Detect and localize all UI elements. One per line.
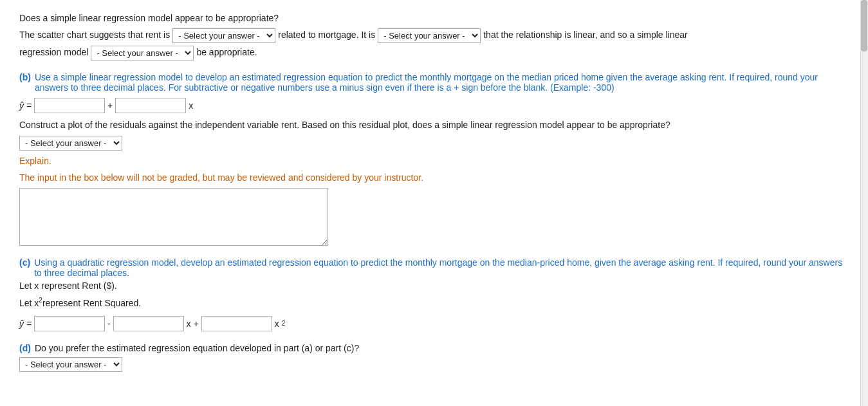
part-b-explain-note-span: The input in the box below will not be g… (19, 172, 423, 183)
part-a-line3: regression model - Select your answer - … (19, 46, 849, 60)
part-c-let-x2-span: Let x (19, 298, 39, 308)
part-b-explain-note: The input in the box below will not be g… (19, 171, 849, 185)
part-c-section: (c) Using a quadratic regression model, … (19, 257, 849, 331)
part-b-text: Use a simple linear regression model to … (35, 72, 849, 93)
part-c-slope2-input[interactable] (201, 316, 272, 331)
part-c-text: Using a quadratic regression model, deve… (34, 257, 849, 278)
part-a-select1[interactable]: - Select your answer - positively negati… (172, 28, 275, 43)
part-b-residual-select[interactable]: - Select your answer - Yes No (19, 136, 122, 151)
part-c-header: (c) Using a quadratic regression model, … (19, 257, 849, 278)
part-c-x2: x (275, 318, 279, 329)
part-b-intercept-input[interactable] (34, 98, 105, 113)
part-b-construct-text: Construct a plot of the residuals agains… (19, 118, 849, 133)
part-c-let-x2-post: represent Rent Squared. (42, 298, 141, 308)
part-c-let-x: Let x represent Rent ($). (19, 279, 849, 293)
part-b-section: (b) Use a simple linear regression model… (19, 72, 849, 246)
part-b-explain-label-span: Explain. (19, 156, 51, 166)
scrollbar-thumb[interactable] (861, 0, 867, 51)
part-d-header: (d) Do you prefer the estimated regressi… (19, 343, 849, 353)
part-c-label: (c) (19, 257, 30, 268)
part-b-explain-textarea[interactable] (19, 188, 328, 246)
part-a-line2: The scatter chart suggests that rent is … (19, 28, 849, 43)
part-c-x: x + (187, 318, 199, 329)
part-c-intercept-input[interactable] (34, 316, 105, 331)
part-d-text: Do you prefer the estimated regression e… (35, 343, 359, 353)
part-b-label: (b) (19, 72, 31, 82)
part-c-minus: - (107, 318, 111, 329)
part-d-section: (d) Do you prefer the estimated regressi… (19, 343, 849, 372)
part-b-yhat: ŷ = (19, 100, 32, 111)
part-a-line3-pre: regression model (19, 46, 88, 60)
part-a-select3[interactable]: - Select your answer - would would not m… (91, 46, 194, 60)
part-c-equation: ŷ = - x + x2 (19, 316, 849, 331)
part-c-slope1-input[interactable] (113, 316, 184, 331)
part-c-let-x-span: Let x represent Rent ($). (19, 281, 117, 291)
part-b-header: (b) Use a simple linear regression model… (19, 72, 849, 93)
part-a-line2-post: that the relationship is linear, and so … (483, 28, 688, 42)
part-a-select2[interactable]: - Select your answer - likely unlikely p… (378, 28, 481, 43)
part-d-preference-select[interactable]: - Select your answer - Part (a) Part (c) (19, 357, 122, 372)
part-b-explain-label: Explain. (19, 154, 849, 169)
part-a-section: Does a simple linear regression model ap… (19, 12, 849, 60)
part-b-construct-text-span: Construct a plot of the residuals agains… (19, 120, 670, 130)
part-a-question-text: Does a simple linear regression model ap… (19, 13, 279, 23)
part-a-question: Does a simple linear regression model ap… (19, 12, 849, 26)
part-c-yhat: ŷ = (19, 318, 32, 329)
part-b-plus: + (107, 100, 113, 111)
part-b-slope-input[interactable] (115, 98, 186, 113)
part-d-select-row: - Select your answer - Part (a) Part (c) (19, 357, 849, 372)
part-c-x2-sup2: 2 (282, 320, 286, 327)
part-a-line2-pre: The scatter chart suggests that rent is (19, 28, 170, 42)
part-a-line2-mid: related to mortgage. It is (278, 28, 375, 42)
part-b-x: x (189, 100, 193, 111)
part-b-select-row: - Select your answer - Yes No (19, 136, 849, 151)
part-c-let-x2: Let x2represent Rent Squared. (19, 295, 849, 310)
part-d-label: (d) (19, 343, 31, 353)
scrollbar[interactable] (860, 0, 868, 406)
part-b-equation: ŷ = + x (19, 98, 849, 113)
part-a-line3-post: be appropriate. (196, 46, 257, 60)
